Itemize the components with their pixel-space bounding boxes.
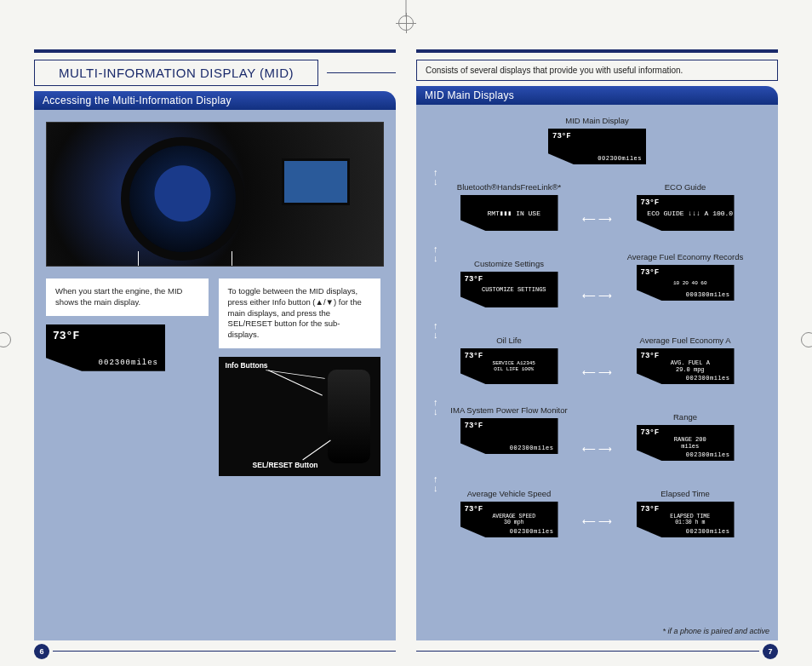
title-row: MULTI-INFORMATION DISPLAY (MID) <box>34 60 396 86</box>
mid-main-screen-example: 73°F 002300miles <box>46 324 165 371</box>
left-page: MULTI-INFORMATION DISPLAY (MID) Accessin… <box>34 49 396 640</box>
screen-content: AVG. FUEL A 29.0 mpg <box>669 359 712 373</box>
mid-item-elapsed: Elapsed Time 73°FELAPSED TIME 01:30 h m0… <box>621 490 749 537</box>
mid-item-customize: Customize Settings 73°FCUSTOMIZE SETTING… <box>445 260 573 307</box>
screen-temp: 73°F <box>641 198 660 207</box>
mid-item-eco: ECO Guide 73°FECO GUIDE ↓↓↓ A 100.0 <box>621 183 749 231</box>
mid-item-bluetooth: Bluetooth®HandsFreeLink®* RMT▮▮▮ IN USE <box>445 183 573 231</box>
mid-item-avg-fuel-a: Average Fuel Economy A 73°FAVG. FUEL A 2… <box>621 336 749 384</box>
screen-content: RANGE 200 miles <box>671 436 709 450</box>
mid-item-oil-life: Oil Life 73°FSERVICE A12345 OIL LIFE 100… <box>445 336 573 384</box>
section-header-right: MID Main Displays <box>416 86 778 105</box>
dashboard-photo <box>46 122 384 267</box>
mid-item-ima: IMA System Power Flow Monitor 73°F002300… <box>445 406 573 454</box>
arrow-vert-icon: ↑↓ <box>433 244 438 263</box>
screen-temp: 73°F <box>465 352 483 360</box>
screen-temp: 73°F <box>641 268 660 277</box>
screen-odo: 002300miles <box>598 155 642 162</box>
section-header-left: Accessing the Multi-Information Display <box>34 91 396 110</box>
page-number-right: 7 <box>763 644 778 659</box>
steering-wheel-graphic <box>121 137 244 261</box>
mini-screen: 73°F 002300miles <box>548 129 646 164</box>
mid-label: Elapsed Time <box>660 490 710 499</box>
steering-controls-photo: Info Buttons SEL/RESET Button <box>219 357 381 476</box>
screen-content: AVERAGE SPEED 30 mph <box>489 514 540 525</box>
arrow-vert-icon: ↑↓ <box>433 474 438 493</box>
mid-item-avg-fuel-records: Average Fuel Economy Records 73°F10 20 4… <box>621 253 749 301</box>
screen-odo: 002300miles <box>686 451 730 458</box>
arrow-horiz-icon: ⟵ ⟶ <box>582 368 612 377</box>
screen-temp: 73°F <box>552 132 571 141</box>
screen-temp: 73°F <box>465 275 483 284</box>
right-page: Consists of several displays that provid… <box>416 49 778 640</box>
arrow-horiz-icon: ⟵ ⟶ <box>582 291 612 301</box>
screen-temp: 73°F <box>641 505 660 514</box>
mid-label: Average Fuel Economy A <box>639 336 730 346</box>
title-line <box>327 72 396 73</box>
screen-content: ECO GUIDE ↓↓↓ A 100.0 <box>647 209 733 216</box>
screen-content: ELAPSED TIME 01:30 h m <box>666 514 713 525</box>
screen-odometer: 002300miles <box>99 359 158 367</box>
mid-label: MID Main Display <box>565 117 628 126</box>
left-panel: When you start the engine, the MID shows… <box>34 110 396 640</box>
mid-label: Customize Settings <box>474 260 544 269</box>
right-panel: MID Main Display 73°F 002300miles Blueto… <box>416 105 778 640</box>
arrow-vert-icon: ↑↓ <box>433 321 438 340</box>
screen-temp: 73°F <box>465 505 483 514</box>
screen-temp: 73°F <box>465 422 483 430</box>
page-spread: MULTI-INFORMATION DISPLAY (MID) Accessin… <box>34 49 778 640</box>
mid-label: Range <box>673 413 697 422</box>
screen-content: RMT▮▮▮ IN USE <box>488 209 540 216</box>
screen-odo: 002300miles <box>510 445 554 451</box>
arrow-vert-icon: ↑↓ <box>433 398 438 416</box>
page-number-left: 6 <box>34 644 49 659</box>
mid-item-range: Range 73°FRANGE 200 miles002300miles <box>621 413 749 461</box>
arrow-horiz-icon: ⟵ ⟶ <box>582 445 612 454</box>
mid-label: Oil Life <box>496 336 522 346</box>
screen-content: SERVICE A12345 OIL LIFE 100% <box>489 360 540 372</box>
sel-reset-label: SEL/RESET Button <box>253 462 318 469</box>
screen-temp: 73°F <box>53 330 158 342</box>
mid-item-avg-speed: Average Vehicle Speed 73°FAVERAGE SPEED … <box>445 490 573 537</box>
screen-content: CUSTOMIZE SETTINGS <box>482 286 546 293</box>
screen-odo: 002300miles <box>686 528 730 535</box>
mid-display-grid: MID Main Display 73°F 002300miles Blueto… <box>428 117 766 629</box>
mid-label: Bluetooth®HandsFreeLink®* <box>457 183 561 192</box>
nav-screen-graphic <box>282 158 350 205</box>
screen-content: 10 20 40 60 <box>673 279 707 285</box>
arrow-horiz-icon: ⟵ ⟶ <box>582 215 612 224</box>
description-box: Consists of several displays that provid… <box>416 60 778 81</box>
mid-label: IMA System Power Flow Monitor <box>450 406 567 416</box>
mid-label: ECO Guide <box>665 183 706 192</box>
arrow-horiz-icon: ⟵ ⟶ <box>582 517 612 526</box>
info-buttons-label: Info Buttons <box>226 362 268 370</box>
screen-odo: 000300miles <box>686 291 730 298</box>
mid-label: Average Vehicle Speed <box>467 490 552 499</box>
top-rule <box>34 49 396 53</box>
top-rule <box>416 49 778 53</box>
arrow-vert-icon: ↑↓ <box>433 168 438 187</box>
info-box-toggle: To toggle between the MID displays, pres… <box>219 278 381 348</box>
mid-label: Average Fuel Economy Records <box>627 253 744 262</box>
screen-temp: 73°F <box>641 428 660 437</box>
screen-odo: 002300miles <box>686 375 730 382</box>
footnote: * if a phone is paired and active <box>662 627 769 635</box>
screen-temp: 73°F <box>641 352 660 360</box>
info-box-start: When you start the engine, the MID shows… <box>46 278 209 316</box>
mid-item-main: MID Main Display 73°F 002300miles <box>534 117 661 164</box>
screen-odo: 002300miles <box>510 528 554 535</box>
page-title: MULTI-INFORMATION DISPLAY (MID) <box>34 60 318 86</box>
